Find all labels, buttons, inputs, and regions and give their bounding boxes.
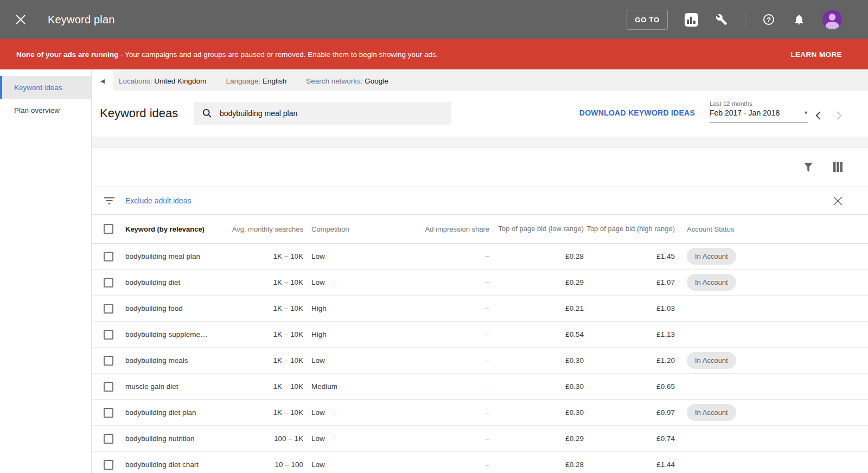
keyword-cell: muscle gain diet <box>125 382 226 391</box>
table-row: bodybuilding meal plan 1K – 10K Low – £0… <box>92 244 868 270</box>
search-networks-setting[interactable]: Search networks: Google <box>306 77 388 85</box>
row-checkbox[interactable] <box>104 356 113 366</box>
ad-impression-share-cell: – <box>420 330 489 338</box>
close-plan-button[interactable] <box>11 10 30 29</box>
funnel-icon <box>804 163 813 172</box>
low-bid-cell: £0.30 <box>489 356 584 366</box>
row-checkbox[interactable] <box>104 408 113 418</box>
high-bid-cell: £1.45 <box>584 252 675 261</box>
low-bid-cell: £0.29 <box>489 278 584 287</box>
table-row: bodybuilding diet plan 1K – 10K Low – £0… <box>92 400 868 426</box>
competition-cell: Low <box>303 434 420 443</box>
row-checkbox[interactable] <box>104 460 113 470</box>
row-checkbox[interactable] <box>104 382 113 392</box>
row-checkbox[interactable] <box>104 278 113 287</box>
previous-period-button[interactable] <box>814 111 822 120</box>
searches-cell: 1K – 10K <box>226 330 303 338</box>
date-range-selector[interactable]: Last 12 months Feb 2017 - Jan 2018 ▼ <box>710 100 808 123</box>
table-row: bodybuilding food 1K – 10K High – £0.21 … <box>92 296 868 322</box>
searches-cell: 1K – 10K <box>226 278 303 286</box>
keyword-cell: bodybuilding suppleme… <box>125 330 226 338</box>
searches-cell: 1K – 10K <box>226 252 303 260</box>
keyword-ideas-header: Keyword ideas DOWNLOAD KEYWORD IDEAS Las… <box>92 92 868 137</box>
searches-cell: 10 – 100 <box>226 461 303 469</box>
top-app-bar: Keyword plan GO TO ? <box>0 0 868 39</box>
tools-button[interactable] <box>714 12 729 27</box>
status-badge[interactable]: In Account <box>687 352 736 369</box>
help-button[interactable]: ? <box>762 12 776 27</box>
high-bid-cell: £1.20 <box>584 356 675 366</box>
row-checkbox[interactable] <box>104 304 113 314</box>
notifications-button[interactable] <box>792 12 806 27</box>
banner-text: None of your ads are running - Your camp… <box>16 50 438 59</box>
row-checkbox[interactable] <box>104 252 113 261</box>
active-filter-row: Exclude adult ideas <box>92 187 868 214</box>
go-to-button[interactable]: GO TO <box>627 10 668 30</box>
high-bid-cell: £0.65 <box>584 382 675 392</box>
high-bid-cell: £1.07 <box>584 278 675 287</box>
status-badge[interactable]: In Account <box>687 274 736 291</box>
column-header-high-bid[interactable]: Top of page bid (high range) <box>584 225 675 234</box>
ad-impression-share-cell: – <box>420 252 489 260</box>
searches-cell: 1K – 10K <box>226 304 303 312</box>
table-row: bodybuilding nutrition 100 – 1K Low – £0… <box>92 426 868 452</box>
column-header-low-bid[interactable]: Top of page bid (low range) <box>489 225 584 234</box>
status-badge[interactable]: In Account <box>687 404 736 421</box>
keyword-search-input[interactable] <box>220 109 426 118</box>
topbar-divider <box>745 11 745 28</box>
column-header-account-status[interactable]: Account Status <box>675 225 868 233</box>
ad-impression-share-cell: – <box>420 382 489 391</box>
select-all-checkbox[interactable] <box>104 224 113 234</box>
row-checkbox[interactable] <box>104 434 113 444</box>
competition-cell: High <box>303 330 420 338</box>
filter-results-button[interactable] <box>804 163 813 172</box>
table-body: bodybuilding meal plan 1K – 10K Low – £0… <box>92 244 868 473</box>
sidebar-item-label: Plan overview <box>14 106 60 114</box>
low-bid-cell: £0.30 <box>489 408 584 418</box>
language-setting[interactable]: Language: English <box>226 77 286 85</box>
wrench-icon <box>716 14 727 25</box>
low-bid-cell: £0.54 <box>489 330 584 340</box>
section-spacer <box>92 137 868 148</box>
sidebar-item-plan-overview[interactable]: Plan overview <box>0 99 91 122</box>
competition-cell: Low <box>303 408 420 417</box>
ad-impression-share-cell: – <box>420 461 489 469</box>
keyword-search-box[interactable] <box>194 102 451 125</box>
column-header-keyword[interactable]: Keyword (by relevance) <box>125 225 226 233</box>
competition-cell: Low <box>303 461 420 469</box>
remove-filter-button[interactable] <box>833 196 868 206</box>
columns-button[interactable] <box>833 162 843 172</box>
filter-list-icon <box>104 196 114 206</box>
sidebar-item-label: Keyword ideas <box>14 84 62 92</box>
download-keyword-ideas-button[interactable]: DOWNLOAD KEYWORD IDEAS <box>579 108 695 117</box>
next-period-button[interactable] <box>835 111 843 120</box>
targeting-context-bar: Locations: United Kingdom Language: Engl… <box>113 71 868 91</box>
column-header-ad-impression-share[interactable]: Ad impression share <box>420 225 489 233</box>
table-row: bodybuilding meals 1K – 10K Low – £0.30 … <box>92 348 868 374</box>
table-header: Keyword (by relevance) Avg. monthly sear… <box>92 214 868 244</box>
ad-impression-share-cell: – <box>420 356 489 365</box>
status-badge[interactable]: In Account <box>687 248 736 265</box>
row-checkbox[interactable] <box>104 330 113 340</box>
date-range-label: Last 12 months <box>710 100 808 107</box>
table-row: bodybuilding diet chart 10 – 100 Low – £… <box>92 452 868 473</box>
column-header-searches[interactable]: Avg. monthly searches <box>226 225 303 233</box>
keyword-cell: bodybuilding nutrition <box>125 434 226 443</box>
ad-impression-share-cell: – <box>420 434 489 443</box>
exclude-adult-ideas-link[interactable]: Exclude adult ideas <box>125 196 191 205</box>
collapse-panel-button[interactable]: ◀ <box>92 69 113 92</box>
keyword-cell: bodybuilding diet <box>125 278 226 286</box>
chevron-right-icon <box>836 111 842 120</box>
learn-more-link[interactable]: LEARN MORE <box>790 50 842 59</box>
competition-cell: Low <box>303 356 420 365</box>
searches-cell: 1K – 10K <box>226 356 303 365</box>
sidebar-item-keyword-ideas[interactable]: Keyword ideas <box>0 76 91 99</box>
banner-message: - Your campaigns and ad groups are pause… <box>118 50 438 59</box>
account-avatar[interactable] <box>822 10 842 29</box>
locations-setting[interactable]: Locations: United Kingdom <box>119 77 206 85</box>
column-header-competition[interactable]: Competition <box>303 225 420 233</box>
page-title: Keyword plan <box>48 14 115 26</box>
reports-button[interactable] <box>684 12 698 27</box>
keyword-cell: bodybuilding meal plan <box>125 252 226 260</box>
ad-impression-share-cell: – <box>420 278 489 286</box>
